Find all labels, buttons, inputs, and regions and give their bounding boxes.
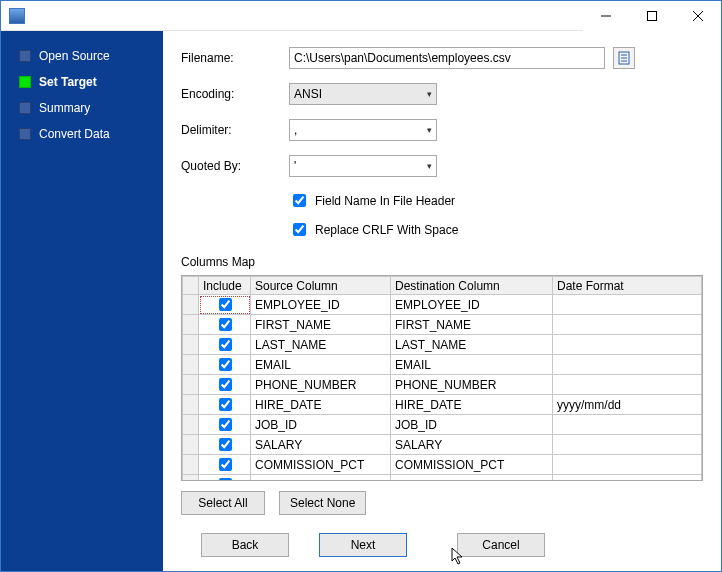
dest-cell[interactable]: HIRE_DATE	[391, 395, 553, 415]
select-all-button[interactable]: Select All	[181, 491, 265, 515]
col-dest[interactable]: Destination Column	[391, 277, 553, 295]
include-checkbox[interactable]	[219, 418, 232, 431]
minimize-icon	[601, 11, 611, 21]
close-button[interactable]	[675, 1, 721, 31]
source-cell[interactable]: COMMISSION_PCT	[251, 455, 391, 475]
datefmt-cell[interactable]	[553, 375, 702, 395]
row-header	[183, 375, 199, 395]
next-button[interactable]: Next	[319, 533, 407, 557]
row-header	[183, 295, 199, 315]
col-source[interactable]: Source Column	[251, 277, 391, 295]
filename-input[interactable]	[289, 47, 605, 69]
sidebar-item-summary[interactable]: Summary	[1, 95, 163, 121]
col-include[interactable]: Include	[199, 277, 251, 295]
include-checkbox[interactable]	[219, 438, 232, 451]
step-indicator-icon	[19, 128, 31, 140]
source-cell[interactable]: PHONE_NUMBER	[251, 375, 391, 395]
datefmt-cell[interactable]: yyyy/mm/dd	[553, 395, 702, 415]
include-checkbox[interactable]	[219, 458, 232, 471]
svg-rect-1	[648, 11, 657, 20]
datefmt-cell[interactable]	[553, 435, 702, 455]
delimiter-label: Delimiter:	[181, 123, 289, 137]
table-row[interactable]: SALARYSALARY	[183, 435, 702, 455]
include-cell[interactable]	[199, 435, 251, 455]
maximize-icon	[647, 11, 657, 21]
include-cell[interactable]	[199, 415, 251, 435]
dest-cell[interactable]: MANAGER_ID	[391, 475, 553, 482]
maximize-button[interactable]	[629, 1, 675, 31]
table-row[interactable]: LAST_NAMELAST_NAME	[183, 335, 702, 355]
dest-cell[interactable]: LAST_NAME	[391, 335, 553, 355]
table-row[interactable]: COMMISSION_PCTCOMMISSION_PCT	[183, 455, 702, 475]
sidebar-item-open-source[interactable]: Open Source	[1, 43, 163, 69]
sidebar-item-label: Open Source	[39, 49, 110, 63]
dest-cell[interactable]: SALARY	[391, 435, 553, 455]
datefmt-cell[interactable]	[553, 295, 702, 315]
dest-cell[interactable]: EMPLOYEE_ID	[391, 295, 553, 315]
source-cell[interactable]: MANAGER_ID	[251, 475, 391, 482]
datefmt-cell[interactable]	[553, 355, 702, 375]
crlf-checkbox[interactable]	[293, 223, 306, 236]
table-row[interactable]: HIRE_DATEHIRE_DATEyyyy/mm/dd	[183, 395, 702, 415]
include-checkbox[interactable]	[219, 378, 232, 391]
col-datefmt[interactable]: Date Format	[553, 277, 702, 295]
sidebar-item-label: Set Target	[39, 75, 97, 89]
columns-grid[interactable]: Include Source Column Destination Column…	[181, 275, 703, 481]
include-cell[interactable]	[199, 355, 251, 375]
encoding-label: Encoding:	[181, 87, 289, 101]
quoted-combo[interactable]: ' ▾	[289, 155, 437, 177]
source-cell[interactable]: JOB_ID	[251, 415, 391, 435]
quoted-label: Quoted By:	[181, 159, 289, 173]
sidebar-item-convert-data[interactable]: Convert Data	[1, 121, 163, 147]
filename-label: Filename:	[181, 51, 289, 65]
sidebar-item-set-target[interactable]: Set Target	[1, 69, 163, 95]
delimiter-combo[interactable]: , ▾	[289, 119, 437, 141]
source-cell[interactable]: EMAIL	[251, 355, 391, 375]
source-cell[interactable]: FIRST_NAME	[251, 315, 391, 335]
table-row[interactable]: PHONE_NUMBERPHONE_NUMBER	[183, 375, 702, 395]
table-row[interactable]: FIRST_NAMEFIRST_NAME	[183, 315, 702, 335]
row-header	[183, 475, 199, 482]
datefmt-cell[interactable]	[553, 455, 702, 475]
select-none-button[interactable]: Select None	[279, 491, 366, 515]
source-cell[interactable]: SALARY	[251, 435, 391, 455]
dest-cell[interactable]: COMMISSION_PCT	[391, 455, 553, 475]
include-cell[interactable]	[199, 395, 251, 415]
include-checkbox[interactable]	[219, 298, 232, 311]
include-checkbox[interactable]	[219, 318, 232, 331]
include-checkbox[interactable]	[219, 358, 232, 371]
source-cell[interactable]: HIRE_DATE	[251, 395, 391, 415]
include-checkbox[interactable]	[219, 478, 232, 481]
dest-cell[interactable]: FIRST_NAME	[391, 315, 553, 335]
datefmt-cell[interactable]	[553, 315, 702, 335]
include-cell[interactable]	[199, 295, 251, 315]
include-cell[interactable]	[199, 375, 251, 395]
dest-cell[interactable]: EMAIL	[391, 355, 553, 375]
include-cell[interactable]	[199, 335, 251, 355]
dest-cell[interactable]: JOB_ID	[391, 415, 553, 435]
dest-cell[interactable]: PHONE_NUMBER	[391, 375, 553, 395]
row-header	[183, 435, 199, 455]
browse-button[interactable]	[613, 47, 635, 69]
include-cell[interactable]	[199, 315, 251, 335]
include-cell[interactable]	[199, 475, 251, 482]
cancel-button[interactable]: Cancel	[457, 533, 545, 557]
datefmt-cell[interactable]	[553, 415, 702, 435]
source-cell[interactable]: LAST_NAME	[251, 335, 391, 355]
table-row[interactable]: EMPLOYEE_IDEMPLOYEE_ID	[183, 295, 702, 315]
table-row[interactable]: MANAGER_IDMANAGER_ID	[183, 475, 702, 482]
minimize-button[interactable]	[583, 1, 629, 31]
include-checkbox[interactable]	[219, 398, 232, 411]
include-cell[interactable]	[199, 455, 251, 475]
back-button[interactable]: Back	[201, 533, 289, 557]
include-checkbox[interactable]	[219, 338, 232, 351]
header-checkbox[interactable]	[293, 194, 306, 207]
row-header	[183, 315, 199, 335]
encoding-combo[interactable]: ANSI ▾	[289, 83, 437, 105]
datefmt-cell[interactable]	[553, 335, 702, 355]
crlf-checkbox-label: Replace CRLF With Space	[315, 223, 458, 237]
source-cell[interactable]: EMPLOYEE_ID	[251, 295, 391, 315]
datefmt-cell[interactable]	[553, 475, 702, 482]
table-row[interactable]: JOB_IDJOB_ID	[183, 415, 702, 435]
table-row[interactable]: EMAILEMAIL	[183, 355, 702, 375]
